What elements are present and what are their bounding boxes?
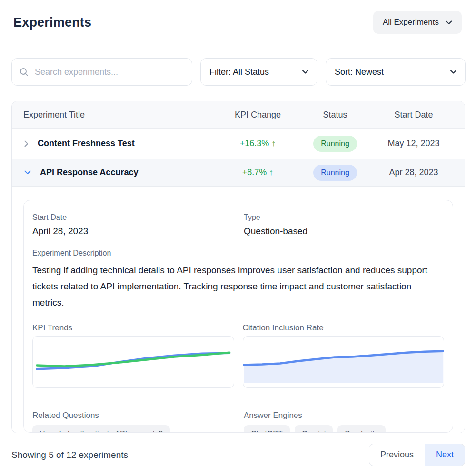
experiments-table: Experiment Title KPI Change Status Start…	[11, 101, 465, 433]
status-filter-dropdown[interactable]: Filter: All Status	[200, 58, 317, 86]
related-questions-list: How do I authenticate API requests?	[32, 425, 244, 433]
chevron-down-icon	[450, 70, 456, 74]
description-text: Testing if adding technical details to A…	[32, 262, 438, 311]
kpi-change: +8.7% ↑	[218, 168, 297, 178]
experiment-title: API Response Accuracy	[40, 168, 138, 178]
page-title: Experiments	[13, 15, 91, 30]
status-badge: Running	[313, 136, 357, 152]
kpi-trends-chart	[32, 336, 234, 388]
column-header-kpi: KPI Change	[218, 110, 297, 120]
chevron-down-icon	[446, 20, 452, 25]
engine-chip: ChatGPT	[244, 425, 290, 433]
sort-dropdown[interactable]: Sort: Newest	[326, 58, 466, 86]
column-header-date: Start Date	[373, 110, 454, 120]
table-row-api-response-accuracy[interactable]: API Response Accuracy +8.7% ↑ Running Ap…	[12, 159, 465, 187]
answer-engines-label: Answer Engines	[244, 411, 444, 420]
citation-inclusion-rate-chart	[243, 336, 445, 388]
status-filter-label: Filter: All Status	[209, 67, 269, 77]
experiment-detail-card: Start Date April 28, 2023 Type Question-…	[23, 200, 453, 433]
all-experiments-dropdown[interactable]: All Experiments	[373, 11, 462, 34]
type-label: Type	[244, 213, 444, 222]
kpi-trends-label: KPI Trends	[32, 323, 234, 333]
citation-rate-label: Citation Inclusion Rate	[243, 323, 445, 333]
type-value: Question-based	[244, 226, 444, 237]
pager: Previous Next	[369, 444, 465, 466]
previous-button[interactable]: Previous	[369, 444, 425, 466]
expanded-row-panel: Start Date April 28, 2023 Type Question-…	[12, 187, 465, 433]
chevron-down-icon[interactable]	[24, 170, 31, 175]
pagination-footer: Showing 5 of 12 experiments Previous Nex…	[11, 444, 465, 466]
start-date-value: April 28, 2023	[32, 226, 244, 237]
search-input[interactable]	[35, 67, 184, 77]
sort-label: Sort: Newest	[335, 67, 384, 77]
question-chip: How do I authenticate API requests?	[32, 425, 170, 433]
related-questions-label: Related Questions	[32, 411, 244, 420]
page-header: Experiments All Experiments	[0, 0, 476, 45]
column-header-title: Experiment Title	[21, 110, 218, 120]
search-icon	[20, 68, 29, 77]
column-header-status: Status	[297, 110, 373, 120]
start-date-label: Start Date	[32, 213, 244, 222]
table-header-row: Experiment Title KPI Change Status Start…	[12, 101, 465, 129]
chevron-down-icon	[302, 70, 308, 74]
results-summary: Showing 5 of 12 experiments	[11, 450, 128, 460]
description-label: Experiment Description	[32, 249, 444, 258]
chevron-right-icon[interactable]	[24, 140, 29, 147]
engine-chip: Perplexity	[337, 425, 385, 433]
search-box[interactable]	[11, 58, 192, 86]
answer-engines-list: ChatGPTGeminiPerplexity	[244, 425, 444, 433]
experiment-title: Content Freshness Test	[38, 139, 135, 149]
start-date: May 12, 2023	[373, 139, 454, 149]
engine-chip: Gemini	[295, 425, 333, 433]
status-badge: Running	[313, 165, 357, 181]
next-button[interactable]: Next	[425, 444, 465, 466]
start-date: Apr 28, 2023	[373, 168, 454, 178]
kpi-change: +16.3% ↑	[218, 139, 297, 149]
experiments-page: Experiments All Experiments Filter: All …	[0, 0, 476, 476]
all-experiments-dropdown-label: All Experiments	[383, 18, 439, 27]
controls-bar: Filter: All Status Sort: Newest	[11, 58, 466, 86]
table-row-content-freshness[interactable]: Content Freshness Test +16.3% ↑ Running …	[12, 129, 465, 159]
